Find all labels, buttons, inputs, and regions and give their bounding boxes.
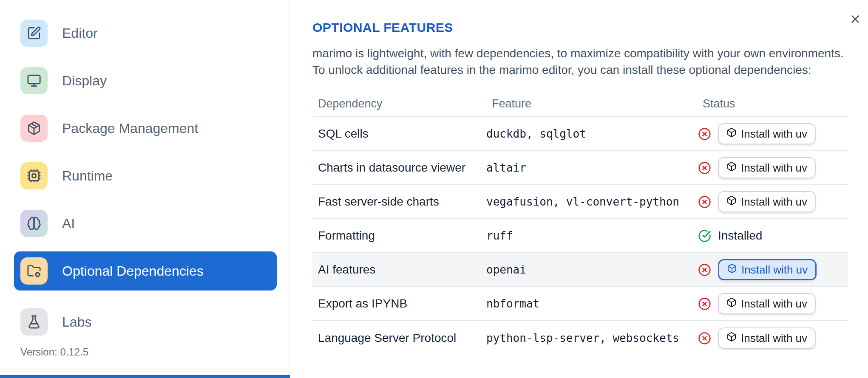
- dependency-cell: Export as IPYNB: [312, 297, 486, 310]
- status-cell: Install with uv: [697, 191, 848, 212]
- marimo-settings-dialog: EditorDisplayPackage ManagementRuntimeAI…: [0, 0, 868, 378]
- dependency-cell: Fast server-side charts: [312, 195, 486, 209]
- feature-cell: vegafusion, vl-convert-python: [486, 195, 697, 208]
- description-line-2: To unlock additional features in the mar…: [312, 63, 811, 76]
- dependencies-table: Dependency Feature Status SQL cells duck…: [312, 91, 848, 355]
- flask-icon: [20, 308, 48, 336]
- version-label: Version: 0.12.5: [20, 346, 88, 358]
- folder-cog-icon: [20, 257, 48, 285]
- circle-x-icon: [698, 297, 711, 310]
- column-header-status: Status: [697, 97, 848, 110]
- status-cell: Install with uv: [697, 259, 848, 280]
- table-row: AI features openai Install with uv: [312, 253, 848, 287]
- box-icon: [727, 263, 737, 276]
- install-button-label: Install with uv: [741, 332, 807, 345]
- install-with-uv-button[interactable]: Install with uv: [718, 327, 816, 349]
- column-header-dependency: Dependency: [312, 97, 486, 110]
- install-with-uv-button[interactable]: Install with uv: [718, 191, 816, 212]
- sidebar-item-labs[interactable]: Labs: [20, 308, 91, 336]
- install-with-uv-button[interactable]: Install with uv: [718, 123, 816, 144]
- status-cell: Install with uv: [697, 157, 848, 178]
- feature-cell: nbformat: [486, 297, 697, 310]
- circle-x-icon: [698, 195, 711, 209]
- sidebar-item-editor[interactable]: Editor: [20, 20, 98, 47]
- table-row: Fast server-side charts vegafusion, vl-c…: [312, 185, 848, 219]
- circle-check-icon: [698, 229, 711, 243]
- feature-cell: altair: [486, 161, 697, 174]
- box-icon: [726, 127, 737, 141]
- install-with-uv-button[interactable]: Install with uv: [718, 157, 816, 178]
- sidebar-item-label: Labs: [62, 314, 91, 330]
- feature-cell: duckdb, sqlglot: [486, 127, 697, 140]
- dependency-cell: Language Server Protocol: [312, 331, 486, 345]
- sidebar-item-label: AI: [62, 216, 75, 231]
- feature-cell: ruff: [486, 229, 697, 242]
- circle-x-icon: [698, 127, 711, 141]
- sidebar-item-label: Display: [62, 73, 107, 89]
- status-cell: Install with uv: [697, 327, 848, 349]
- table-body: SQL cells duckdb, sqlglot Install with u…: [312, 117, 848, 355]
- circle-x-icon: [698, 161, 711, 175]
- sidebar-item-package-management[interactable]: Package Management: [20, 115, 198, 142]
- table-row: SQL cells duckdb, sqlglot Install with u…: [312, 117, 848, 151]
- sidebar-item-display[interactable]: Display: [20, 67, 107, 94]
- close-icon: [849, 13, 862, 27]
- package-icon: [20, 115, 48, 142]
- install-button-label: Install with uv: [741, 195, 807, 209]
- table-row: Charts in datasource viewer altair Insta…: [312, 151, 848, 185]
- sidebar-item-ai[interactable]: AI: [20, 210, 75, 237]
- box-icon: [726, 332, 737, 345]
- install-with-uv-button[interactable]: Install with uv: [718, 259, 817, 280]
- sidebar-item-label: Optional Dependencies: [62, 263, 204, 279]
- optional-features-panel: OPTIONAL FEATURES marimo is lightweight,…: [291, 0, 868, 378]
- close-button[interactable]: [846, 10, 865, 29]
- installed-label: Installed: [718, 229, 762, 243]
- dependency-cell: AI features: [312, 263, 486, 276]
- box-icon: [726, 297, 737, 310]
- table-header-row: Dependency Feature Status: [312, 91, 848, 117]
- column-header-feature: Feature: [486, 97, 697, 110]
- settings-sidebar: EditorDisplayPackage ManagementRuntimeAI…: [0, 0, 290, 378]
- sidebar-bottom-accent-bar: [0, 375, 290, 378]
- brain-icon: [20, 210, 48, 237]
- feature-cell: python-lsp-server, websockets: [486, 332, 697, 344]
- circle-x-icon: [698, 263, 711, 276]
- table-row: Formatting ruff Installed: [312, 219, 848, 253]
- description-text: marimo is lightweight, with few dependen…: [312, 45, 857, 78]
- sidebar-item-label: Editor: [62, 25, 98, 41]
- sidebar-item-label: Runtime: [62, 168, 113, 184]
- description-line-1: marimo is lightweight, with few dependen…: [312, 47, 844, 60]
- install-button-label: Install with uv: [741, 297, 807, 310]
- status-cell: Installed: [697, 229, 848, 243]
- install-button-label: Install with uv: [741, 263, 808, 276]
- install-button-label: Install with uv: [741, 127, 807, 141]
- status-cell: Install with uv: [697, 293, 848, 314]
- status-cell: Install with uv: [697, 123, 848, 144]
- box-icon: [726, 161, 737, 175]
- sidebar-item-optional-dependencies[interactable]: Optional Dependencies: [14, 251, 277, 291]
- table-row: Export as IPYNB nbformat Install with uv: [312, 287, 848, 321]
- box-icon: [726, 195, 737, 209]
- install-button-label: Install with uv: [741, 161, 807, 175]
- monitor-icon: [20, 67, 48, 94]
- install-with-uv-button[interactable]: Install with uv: [718, 293, 816, 314]
- sidebar-item-runtime[interactable]: Runtime: [20, 162, 113, 189]
- sidebar-item-label: Package Management: [62, 121, 198, 136]
- page-title: OPTIONAL FEATURES: [312, 20, 453, 35]
- dependency-cell: SQL cells: [312, 127, 486, 141]
- cpu-icon: [20, 162, 48, 189]
- square-pen-icon: [20, 20, 48, 47]
- circle-x-icon: [698, 332, 711, 345]
- dependency-cell: Charts in datasource viewer: [312, 161, 486, 175]
- dependency-cell: Formatting: [312, 229, 486, 243]
- feature-cell: openai: [486, 263, 697, 276]
- table-row: Language Server Protocol python-lsp-serv…: [312, 321, 848, 355]
